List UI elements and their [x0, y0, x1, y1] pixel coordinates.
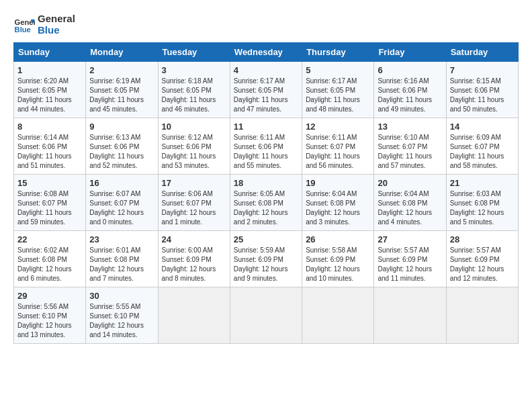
- day-info: Sunrise: 6:10 AMSunset: 6:07 PMDaylight:…: [378, 133, 442, 171]
- day-info: Sunrise: 6:20 AMSunset: 6:05 PMDaylight:…: [17, 77, 82, 114]
- header-wednesday: Wednesday: [230, 43, 302, 62]
- day-info: Sunrise: 6:04 AMSunset: 6:08 PMDaylight:…: [306, 189, 370, 227]
- calendar-cell: 24 Sunrise: 6:00 AMSunset: 6:09 PMDaylig…: [158, 231, 230, 287]
- svg-text:General: General: [15, 18, 35, 26]
- day-number: 1: [17, 65, 82, 75]
- calendar-week-5: 29 Sunrise: 5:56 AMSunset: 6:10 PMDaylig…: [14, 287, 519, 344]
- calendar-cell: 1 Sunrise: 6:20 AMSunset: 6:05 PMDayligh…: [14, 62, 86, 118]
- day-number: 24: [162, 234, 226, 244]
- calendar-cell: 8 Sunrise: 6:14 AMSunset: 6:06 PMDayligh…: [14, 118, 86, 175]
- day-number: 5: [306, 65, 370, 75]
- day-number: 27: [378, 234, 442, 244]
- day-info: Sunrise: 6:13 AMSunset: 6:06 PMDaylight:…: [89, 133, 154, 171]
- header-thursday: Thursday: [302, 43, 374, 62]
- day-info: Sunrise: 6:01 AMSunset: 6:08 PMDaylight:…: [89, 246, 154, 283]
- calendar-cell: 22 Sunrise: 6:02 AMSunset: 6:08 PMDaylig…: [14, 231, 86, 287]
- calendar-cell: [446, 287, 518, 344]
- day-number: 20: [378, 178, 442, 188]
- day-number: 21: [450, 178, 515, 188]
- day-info: Sunrise: 6:04 AMSunset: 6:08 PMDaylight:…: [378, 189, 442, 227]
- calendar-cell: 25 Sunrise: 5:59 AMSunset: 6:09 PMDaylig…: [230, 231, 302, 287]
- calendar-cell: [158, 287, 230, 344]
- day-number: 16: [89, 178, 154, 188]
- calendar-cell: 23 Sunrise: 6:01 AMSunset: 6:08 PMDaylig…: [86, 231, 158, 287]
- calendar-cell: [374, 287, 446, 344]
- calendar-cell: 6 Sunrise: 6:16 AMSunset: 6:06 PMDayligh…: [374, 62, 446, 118]
- calendar-cell: 2 Sunrise: 6:19 AMSunset: 6:05 PMDayligh…: [86, 62, 158, 118]
- calendar-cell: 19 Sunrise: 6:04 AMSunset: 6:08 PMDaylig…: [302, 175, 374, 231]
- day-info: Sunrise: 6:00 AMSunset: 6:09 PMDaylight:…: [162, 246, 226, 283]
- day-number: 28: [450, 234, 515, 244]
- day-info: Sunrise: 6:06 AMSunset: 6:07 PMDaylight:…: [162, 189, 226, 227]
- day-info: Sunrise: 6:08 AMSunset: 6:07 PMDaylight:…: [17, 189, 82, 227]
- header-saturday: Saturday: [446, 43, 518, 62]
- calendar-cell: 13 Sunrise: 6:10 AMSunset: 6:07 PMDaylig…: [374, 118, 446, 175]
- calendar-week-3: 15 Sunrise: 6:08 AMSunset: 6:07 PMDaylig…: [14, 175, 519, 231]
- calendar-cell: 4 Sunrise: 6:17 AMSunset: 6:05 PMDayligh…: [230, 62, 302, 118]
- day-info: Sunrise: 6:15 AMSunset: 6:06 PMDaylight:…: [450, 77, 515, 114]
- day-info: Sunrise: 6:17 AMSunset: 6:05 PMDaylight:…: [234, 77, 298, 114]
- header-tuesday: Tuesday: [158, 43, 230, 62]
- calendar-week-1: 1 Sunrise: 6:20 AMSunset: 6:05 PMDayligh…: [14, 62, 519, 118]
- day-number: 4: [234, 65, 298, 75]
- day-info: Sunrise: 5:57 AMSunset: 6:09 PMDaylight:…: [378, 246, 442, 283]
- calendar-cell: 20 Sunrise: 6:04 AMSunset: 6:08 PMDaylig…: [374, 175, 446, 231]
- day-info: Sunrise: 6:14 AMSunset: 6:06 PMDaylight:…: [17, 133, 82, 171]
- day-info: Sunrise: 6:05 AMSunset: 6:08 PMDaylight:…: [234, 189, 298, 227]
- day-info: Sunrise: 6:18 AMSunset: 6:05 PMDaylight:…: [162, 77, 226, 114]
- calendar-cell: 7 Sunrise: 6:15 AMSunset: 6:06 PMDayligh…: [446, 62, 518, 118]
- calendar-cell: 5 Sunrise: 6:17 AMSunset: 6:05 PMDayligh…: [302, 62, 374, 118]
- day-info: Sunrise: 6:09 AMSunset: 6:07 PMDaylight:…: [450, 133, 515, 171]
- day-info: Sunrise: 5:59 AMSunset: 6:09 PMDaylight:…: [234, 246, 298, 283]
- logo-blue: Blue: [38, 25, 75, 36]
- day-info: Sunrise: 6:07 AMSunset: 6:07 PMDaylight:…: [89, 189, 154, 227]
- day-info: Sunrise: 5:56 AMSunset: 6:10 PMDaylight:…: [17, 302, 82, 340]
- svg-text:Blue: Blue: [15, 26, 31, 34]
- day-number: 19: [306, 178, 370, 188]
- day-info: Sunrise: 6:11 AMSunset: 6:06 PMDaylight:…: [234, 133, 298, 171]
- header-monday: Monday: [86, 43, 158, 62]
- day-number: 7: [450, 65, 515, 75]
- day-number: 13: [378, 122, 442, 132]
- calendar-cell: 29 Sunrise: 5:56 AMSunset: 6:10 PMDaylig…: [14, 287, 86, 344]
- day-number: 15: [17, 178, 82, 188]
- header-friday: Friday: [374, 43, 446, 62]
- day-number: 29: [17, 291, 82, 301]
- day-number: 10: [162, 122, 226, 132]
- day-info: Sunrise: 6:02 AMSunset: 6:08 PMDaylight:…: [17, 246, 82, 283]
- calendar-table: SundayMondayTuesdayWednesdayThursdayFrid…: [13, 42, 519, 344]
- day-number: 23: [89, 234, 154, 244]
- calendar-cell: 16 Sunrise: 6:07 AMSunset: 6:07 PMDaylig…: [86, 175, 158, 231]
- day-number: 8: [17, 122, 82, 132]
- day-info: Sunrise: 6:16 AMSunset: 6:06 PMDaylight:…: [378, 77, 442, 114]
- day-number: 11: [234, 122, 298, 132]
- calendar-cell: 11 Sunrise: 6:11 AMSunset: 6:06 PMDaylig…: [230, 118, 302, 175]
- day-info: Sunrise: 6:19 AMSunset: 6:05 PMDaylight:…: [89, 77, 154, 114]
- day-number: 25: [234, 234, 298, 244]
- logo: General Blue General Blue: [13, 13, 75, 36]
- day-number: 30: [89, 291, 154, 301]
- calendar-cell: 17 Sunrise: 6:06 AMSunset: 6:07 PMDaylig…: [158, 175, 230, 231]
- day-info: Sunrise: 6:03 AMSunset: 6:08 PMDaylight:…: [450, 189, 515, 227]
- day-number: 17: [162, 178, 226, 188]
- day-number: 6: [378, 65, 442, 75]
- calendar-week-4: 22 Sunrise: 6:02 AMSunset: 6:08 PMDaylig…: [14, 231, 519, 287]
- calendar-cell: 21 Sunrise: 6:03 AMSunset: 6:08 PMDaylig…: [446, 175, 518, 231]
- calendar-cell: 30 Sunrise: 5:55 AMSunset: 6:10 PMDaylig…: [86, 287, 158, 344]
- calendar-cell: 14 Sunrise: 6:09 AMSunset: 6:07 PMDaylig…: [446, 118, 518, 175]
- day-number: 18: [234, 178, 298, 188]
- calendar-cell: 12 Sunrise: 6:11 AMSunset: 6:07 PMDaylig…: [302, 118, 374, 175]
- calendar-cell: [302, 287, 374, 344]
- calendar-week-2: 8 Sunrise: 6:14 AMSunset: 6:06 PMDayligh…: [14, 118, 519, 175]
- calendar-header-row: SundayMondayTuesdayWednesdayThursdayFrid…: [14, 43, 519, 62]
- day-number: 26: [306, 234, 370, 244]
- calendar-cell: 27 Sunrise: 5:57 AMSunset: 6:09 PMDaylig…: [374, 231, 446, 287]
- day-number: 14: [450, 122, 515, 132]
- calendar-cell: 3 Sunrise: 6:18 AMSunset: 6:05 PMDayligh…: [158, 62, 230, 118]
- calendar-cell: 26 Sunrise: 5:58 AMSunset: 6:09 PMDaylig…: [302, 231, 374, 287]
- logo-general: General: [38, 13, 75, 25]
- day-info: Sunrise: 6:12 AMSunset: 6:06 PMDaylight:…: [162, 133, 226, 171]
- day-info: Sunrise: 6:17 AMSunset: 6:05 PMDaylight:…: [306, 77, 370, 114]
- day-number: 9: [89, 122, 154, 132]
- day-info: Sunrise: 5:57 AMSunset: 6:09 PMDaylight:…: [450, 246, 515, 283]
